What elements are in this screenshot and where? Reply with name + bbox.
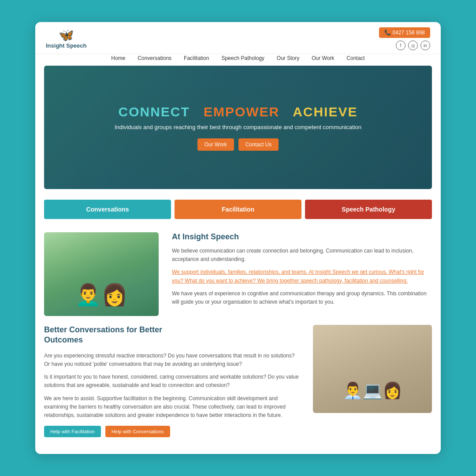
logo-area: 🦋 Insight Speech <box>46 29 86 49</box>
hero-section: CONNECT EMPOWER ACHIEVE Individuals and … <box>44 66 432 189</box>
header-right: 📞 0427 158 898 f ◎ in <box>379 27 430 50</box>
hero-title: CONNECT EMPOWER ACHIEVE <box>115 104 361 119</box>
about-image <box>44 232 159 316</box>
nav-our-story[interactable]: Our Story <box>277 55 299 61</box>
hero-achieve: ACHIEVE <box>293 104 357 119</box>
facebook-icon[interactable]: f <box>396 41 405 50</box>
nav-speech-pathology[interactable]: Speech Pathology <box>221 55 264 61</box>
nav-conversations[interactable]: Conversations <box>138 55 171 61</box>
conv-image <box>313 325 432 413</box>
browser-window: 🦋 Insight Speech 📞 0427 158 898 f ◎ in H… <box>35 22 441 454</box>
conv-text: Better Conversations for Better Outcomes… <box>44 325 300 437</box>
about-section: At Insight Speech We believe communicati… <box>44 232 432 316</box>
tab-speech-pathology[interactable]: Speech Pathology <box>305 200 432 219</box>
conversations-section: Better Conversations for Better Outcomes… <box>44 325 432 437</box>
contact-us-button[interactable]: Contact Us <box>238 138 279 151</box>
about-para1: We believe communication can create conn… <box>172 247 432 264</box>
nav-home[interactable]: Home <box>111 55 125 61</box>
main-nav: Home Conversations Facilitation Speech P… <box>35 52 441 66</box>
about-para2: We support individuals, families, relati… <box>172 268 432 285</box>
logo-text: Insight Speech <box>46 42 86 49</box>
about-para2-prefix: We support <box>172 269 200 275</box>
header: 🦋 Insight Speech 📞 0427 158 898 f ◎ in <box>35 22 441 54</box>
hero-subtitle: Individuals and groups reaching their be… <box>115 124 361 130</box>
conv-heading1: Better Conversations for Better <box>44 325 162 334</box>
tab-conversations[interactable]: Conversations <box>44 200 171 219</box>
hero-empower: EMPOWER <box>204 104 279 119</box>
our-work-button[interactable]: Our Work <box>197 138 234 151</box>
about-para2-link[interactable]: individuals, families, relationships, an… <box>200 269 307 275</box>
logo-icon: 🦋 <box>59 29 74 41</box>
about-heading: At Insight Speech <box>172 232 432 242</box>
linkedin-icon[interactable]: in <box>420 41 430 50</box>
hero-connect: CONNECT <box>119 104 190 119</box>
nav-facilitation[interactable]: Facilitation <box>184 55 209 61</box>
phone-button[interactable]: 📞 0427 158 898 <box>379 27 430 38</box>
conv-para3: We are here to assist. Supportive facili… <box>44 394 300 420</box>
nav-contact[interactable]: Contact <box>346 55 364 61</box>
service-tabs: Conversations Facilitation Speech Pathol… <box>44 200 432 219</box>
hero-buttons: Our Work Contact Us <box>115 138 361 151</box>
about-para3: We have years of experience in cognitive… <box>172 290 432 306</box>
conv-para2: Is it important to you to have honest, c… <box>44 373 300 390</box>
nav-our-work[interactable]: Our Work <box>312 55 334 61</box>
hero-content: CONNECT EMPOWER ACHIEVE Individuals and … <box>106 96 370 160</box>
conv-heading2: Outcomes <box>44 335 83 344</box>
help-facilitation-button[interactable]: Help with Facilitation <box>44 426 101 437</box>
tab-facilitation[interactable]: Facilitation <box>175 200 301 219</box>
conv-heading: Better Conversations for Better Outcomes <box>44 325 300 346</box>
about-text: At Insight Speech We believe communicati… <box>172 232 432 311</box>
conv-para1: Are you experiencing stressful reactive … <box>44 352 300 368</box>
instagram-icon[interactable]: ◎ <box>408 41 418 50</box>
help-conversations-button[interactable]: Help with Conversations <box>105 426 170 437</box>
social-icons: f ◎ in <box>396 41 430 50</box>
conv-buttons: Help with Facilitation Help with Convers… <box>44 426 300 437</box>
